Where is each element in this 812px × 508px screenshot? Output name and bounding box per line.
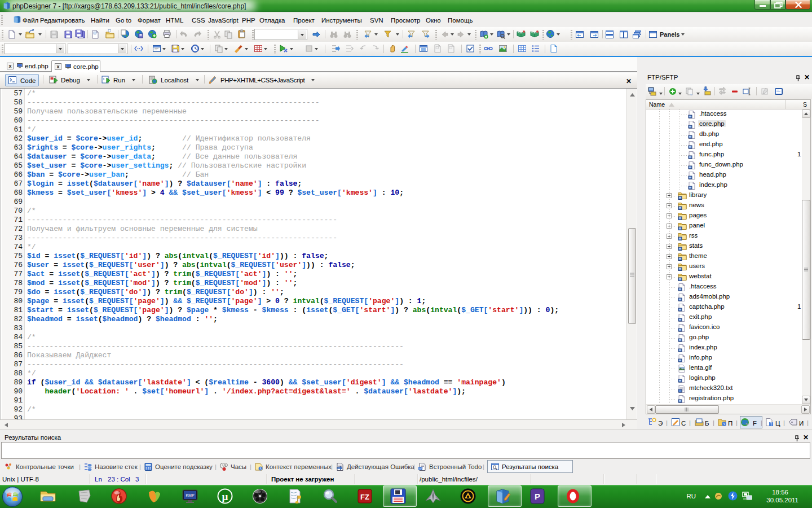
svg-text:P: P xyxy=(535,492,540,501)
svg-text:µ: µ xyxy=(222,491,228,502)
svg-text:FZ: FZ xyxy=(360,493,369,501)
svg-text:KMP: KMP xyxy=(186,493,195,497)
